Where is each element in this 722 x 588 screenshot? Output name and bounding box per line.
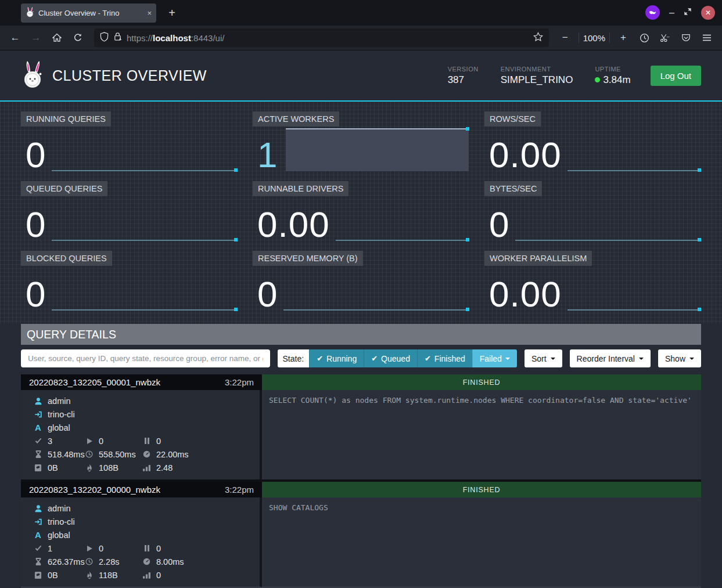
query-details-section: QUERY DETAILS State: ✔Running ✔Queued ✔F…: [21, 324, 701, 587]
uptime-status-dot: [595, 77, 600, 82]
stat-label: RESERVED MEMORY (B): [253, 251, 363, 266]
stat-value: 0: [26, 277, 46, 311]
state-filter-finished-button[interactable]: ✔Finished: [417, 349, 472, 367]
query-source: trino-cli: [48, 410, 75, 419]
window-minimize-button[interactable]: –: [669, 10, 674, 16]
stat-value: 0.00: [489, 138, 562, 171]
sparkline: [283, 307, 469, 311]
zoom-out-button[interactable]: −: [556, 29, 574, 46]
lock-warning-icon[interactable]: [113, 32, 122, 44]
query-id-link[interactable]: 20220823_132202_00000_nwbzk: [29, 485, 225, 495]
stat-value: 0: [257, 277, 278, 311]
tab-favicon-trino-bunny-icon: [26, 6, 34, 20]
zoom-in-button[interactable]: +: [614, 29, 633, 46]
menu-hamburger-icon[interactable]: [698, 29, 716, 46]
state-filter-queued-button[interactable]: ✔Queued: [364, 349, 417, 367]
completed-splits-check-icon: [34, 437, 42, 445]
stat-card-worker-parallelism: WORKER PARALLELISM 0.00: [484, 251, 701, 313]
query-source: trino-cli: [48, 517, 75, 526]
query-info-panel: admin trino-cli Aglobal 3 0 0 518.48ms 5…: [21, 390, 260, 479]
browser-navbar: ← → https://localhost:8443/ui/ − 100% +: [0, 26, 722, 50]
home-icon[interactable]: [48, 29, 66, 46]
version-value: 387: [448, 74, 479, 86]
reorder-interval-dropdown[interactable]: Reorder Interval: [570, 349, 651, 367]
environment-label: ENVIRONMENT: [501, 66, 573, 73]
stat-card-blocked-queries: BLOCKED QUERIES 0: [21, 251, 238, 313]
running-splits-play-icon: [85, 438, 94, 445]
tracking-shield-icon[interactable]: [100, 32, 109, 44]
current-memory: 0B: [48, 571, 58, 580]
cpu-time: 22.00ms: [156, 450, 189, 459]
trino-cluster-overview-page: CLUSTER OVERVIEW VERSION 387 ENVIRONMENT…: [0, 50, 722, 588]
back-icon[interactable]: ←: [6, 29, 24, 46]
tab-close-icon[interactable]: ×: [147, 9, 152, 17]
sparkline: [52, 168, 237, 171]
logout-button[interactable]: Log Out: [651, 66, 701, 86]
stat-label: RUNNING QUERIES: [21, 111, 111, 127]
bookmark-star-icon[interactable]: [533, 32, 543, 44]
chevron-down-icon: [639, 358, 644, 360]
query-time: 3:22pm: [225, 485, 254, 495]
stat-value: 0.00: [257, 208, 330, 241]
cpu-time-gauge-icon: [142, 450, 151, 458]
url-host: localhost: [153, 33, 191, 43]
check-icon: ✔: [425, 354, 431, 363]
query-search-input[interactable]: [21, 349, 270, 367]
stat-card-reserved-memory: RESERVED MEMORY (B) 0: [253, 251, 469, 313]
private-browsing-icon: [645, 5, 660, 20]
url-path: :8443/ui/: [191, 33, 225, 43]
window-close-button[interactable]: ✕: [701, 6, 715, 20]
screenshot-scissors-icon[interactable]: [656, 29, 674, 46]
query-text: SHOW CATALOGS: [262, 497, 701, 587]
state-filter-running-button[interactable]: ✔Running: [309, 349, 364, 367]
url-bar[interactable]: https://localhost:8443/ui/: [94, 28, 549, 47]
current-memory-disk-icon: [34, 464, 42, 471]
check-icon: ✔: [317, 354, 323, 363]
user-icon: [34, 504, 42, 513]
cpu-time: 8.00ms: [156, 557, 184, 567]
peak-memory: 118B: [99, 571, 118, 580]
history-clock-icon[interactable]: [635, 29, 653, 46]
show-dropdown[interactable]: Show: [658, 349, 701, 367]
browser-tab[interactable]: Cluster Overview - Trino ×: [21, 3, 156, 23]
total-time: 2.28s: [99, 557, 119, 567]
pocket-icon[interactable]: [677, 29, 695, 46]
sparkline-dot: [234, 168, 238, 172]
completed-splits: 3: [48, 437, 52, 446]
window-restore-button[interactable]: [684, 8, 692, 18]
sparkline-filled: [286, 128, 469, 171]
query-resource-group: global: [48, 423, 70, 432]
stat-value: 0: [26, 208, 46, 241]
query-row: 20220823_132202_00000_nwbzk 3:22pm FINIS…: [21, 482, 701, 587]
sparkline-dot: [698, 308, 701, 311]
url-text[interactable]: https://localhost:8443/ui/: [127, 33, 529, 43]
browser-titlebar: Cluster Overview - Trino × + – ✕: [0, 0, 722, 26]
query-time: 3:22pm: [225, 377, 254, 387]
stat-value: 1: [257, 138, 278, 171]
new-tab-button[interactable]: +: [164, 5, 180, 21]
stat-label: ACTIVE WORKERS: [253, 111, 339, 127]
reload-icon[interactable]: [69, 29, 87, 46]
query-id-link[interactable]: 20220823_132205_00001_nwbzk: [29, 377, 225, 387]
sparkline-dot: [466, 238, 469, 241]
running-splits-play-icon: [85, 545, 94, 552]
peak-memory: 108B: [99, 463, 118, 472]
state-filter-failed-dropdown[interactable]: Failed: [472, 349, 517, 367]
zoom-level[interactable]: 100%: [583, 33, 605, 43]
sparkline-dot: [234, 308, 238, 311]
queued-splits: 0: [156, 544, 161, 553]
uptime-label: UPTIME: [595, 66, 630, 73]
environment-value: SIMPLE_TRINO: [501, 74, 573, 86]
total-time: 558.50ms: [99, 450, 136, 459]
current-memory: 0B: [48, 463, 58, 472]
chevron-down-icon: [689, 358, 694, 360]
peak-memory-fire-icon: [85, 464, 94, 472]
total-time-clock-icon: [85, 558, 94, 565]
queued-splits: 0: [156, 437, 161, 446]
state-filter-label: State:: [278, 349, 310, 367]
cumulative-memory: 0: [156, 571, 161, 580]
current-memory-disk-icon: [34, 572, 42, 579]
running-splits: 0: [99, 544, 103, 553]
stat-label: BLOCKED QUERIES: [21, 251, 112, 266]
sort-dropdown[interactable]: Sort: [525, 349, 562, 367]
